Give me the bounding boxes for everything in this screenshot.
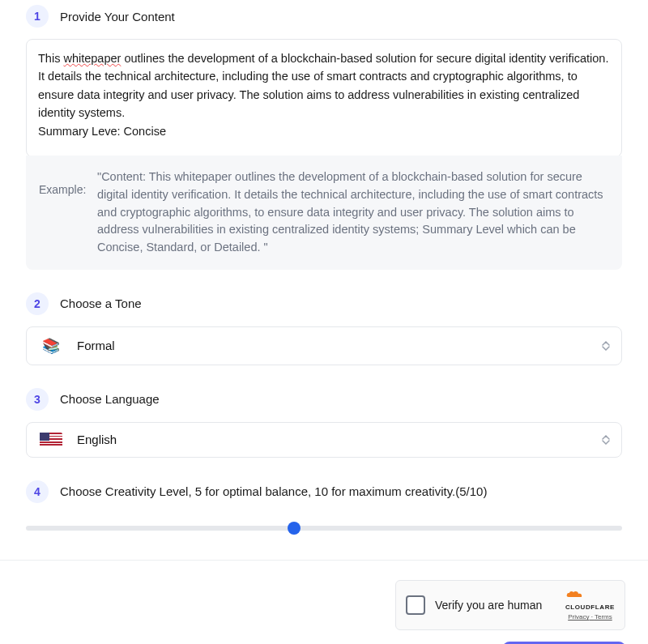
slider-track bbox=[26, 526, 622, 531]
section-creativity: 4 Choose Creativity Level, 5 for optimal… bbox=[26, 480, 622, 535]
step-number-1: 1 bbox=[26, 5, 49, 28]
language-selected-label: English bbox=[77, 433, 117, 446]
creativity-slider[interactable] bbox=[26, 521, 622, 535]
content-text-typo: whitepaper bbox=[63, 52, 121, 65]
chevron-updown-icon bbox=[602, 435, 610, 445]
content-textarea[interactable]: This whitepaper outlines the development… bbox=[26, 39, 622, 157]
books-icon: 📚 bbox=[40, 337, 62, 355]
step-header-3: 3 Choose Language bbox=[26, 388, 622, 411]
step-header-4: 4 Choose Creativity Level, 5 for optimal… bbox=[26, 480, 622, 503]
step-header-2: 2 Choose a Tone bbox=[26, 292, 622, 315]
example-label: Example: bbox=[39, 168, 89, 257]
tone-select[interactable]: 📚 Formal bbox=[26, 326, 622, 365]
content-text-part-b: outlines the development of a blockchain… bbox=[38, 52, 608, 119]
captcha-widget[interactable]: Verify you are human CLOUDFLARE Privacy … bbox=[395, 580, 625, 630]
captcha-links: Privacy · Terms bbox=[565, 613, 615, 621]
step-header-1: 1 Provide Your Content bbox=[26, 5, 622, 28]
captcha-brand-block: CLOUDFLARE Privacy · Terms bbox=[565, 589, 615, 621]
tone-selected-label: Formal bbox=[77, 339, 115, 352]
flag-us-icon bbox=[40, 433, 62, 447]
example-text: "Content: This whitepaper outlines the d… bbox=[97, 168, 609, 257]
cloudflare-icon bbox=[565, 589, 585, 599]
step-number-3: 3 bbox=[26, 388, 49, 411]
step-number-4: 4 bbox=[26, 480, 49, 503]
section-choose-tone: 2 Choose a Tone 📚 Formal bbox=[26, 292, 622, 365]
captcha-checkbox[interactable] bbox=[406, 595, 425, 615]
captcha-brand: CLOUDFLARE bbox=[565, 603, 615, 611]
step-title-3: Choose Language bbox=[60, 392, 160, 406]
example-box: Example: "Content: This whitepaper outli… bbox=[26, 156, 622, 270]
content-text-part-a: This bbox=[38, 52, 63, 65]
section-choose-language: 3 Choose Language English bbox=[26, 388, 622, 458]
content-text-line2: Summary Leve: Concise bbox=[38, 125, 166, 138]
step-title-4: Choose Creativity Level, 5 for optimal b… bbox=[60, 484, 487, 498]
chevron-updown-icon bbox=[602, 341, 610, 351]
captcha-privacy-link[interactable]: Privacy bbox=[568, 613, 589, 621]
step-number-2: 2 bbox=[26, 292, 49, 315]
step-title-2: Choose a Tone bbox=[60, 296, 142, 310]
section-provide-content: 1 Provide Your Content This whitepaper o… bbox=[26, 5, 622, 270]
captcha-terms-link[interactable]: Terms bbox=[595, 613, 612, 621]
language-select[interactable]: English bbox=[26, 422, 622, 458]
captcha-label: Verify you are human bbox=[435, 599, 556, 612]
footer: Verify you are human CLOUDFLARE Privacy … bbox=[0, 561, 648, 644]
slider-thumb[interactable] bbox=[288, 522, 301, 535]
step-title-1: Provide Your Content bbox=[60, 10, 175, 23]
